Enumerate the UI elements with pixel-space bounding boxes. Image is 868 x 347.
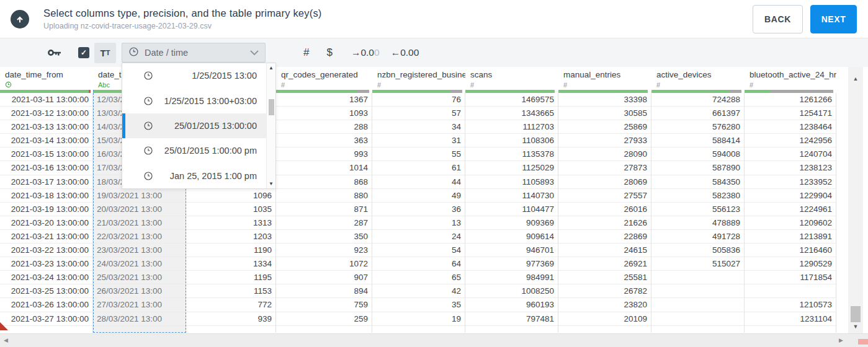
table-cell[interactable]: 909369	[465, 216, 558, 230]
table-cell[interactable]: 2021-03-25 13:00:00	[0, 284, 92, 298]
table-cell[interactable]: 13	[372, 216, 465, 230]
datetime-format-option[interactable]: 25/01/2015 13:00:00	[122, 113, 275, 138]
currency-type-button[interactable]: $	[326, 46, 332, 59]
table-cell[interactable]: 1216460	[745, 244, 836, 257]
table-cell[interactable]: 1072	[276, 257, 372, 271]
table-cell[interactable]: 1008250	[465, 284, 558, 298]
table-cell[interactable]: 36	[372, 203, 465, 216]
table-cell[interactable]: 44	[372, 175, 465, 189]
table-cell[interactable]: 1135378	[465, 147, 558, 161]
column-header[interactable]: manual_entries#	[558, 67, 651, 90]
table-cell[interactable]: 1334	[186, 257, 275, 271]
table-cell[interactable]	[651, 298, 744, 312]
table-cell[interactable]: 2021-03-20 13:00:00	[0, 216, 92, 230]
table-cell[interactable]: 1261266	[745, 93, 836, 107]
scroll-up-arrow-icon[interactable]: ▲	[267, 65, 275, 71]
table-cell[interactable]: 576280	[651, 120, 744, 134]
column-header[interactable]: date_time_from	[0, 67, 93, 90]
scroll-down-arrow-icon[interactable]: ▼	[267, 181, 275, 187]
table-cell[interactable]: 34	[372, 120, 465, 134]
table-cell[interactable]: 21/03/2021 13:00	[93, 216, 186, 230]
table-cell[interactable]: 21626	[558, 216, 651, 230]
table-cell[interactable]: 588414	[651, 134, 744, 147]
table-cell[interactable]: 1343665	[465, 107, 558, 120]
table-cell[interactable]: 946701	[465, 244, 558, 257]
table-cell[interactable]: 1213891	[745, 230, 836, 244]
table-cell[interactable]: 2021-03-27 13:00:00	[0, 312, 92, 326]
table-cell[interactable]: 1108306	[465, 134, 558, 147]
table-cell[interactable]: 2021-03-21 13:00:00	[0, 230, 92, 244]
table-cell[interactable]: 1210573	[745, 298, 836, 312]
column-header[interactable]: active_devices#	[651, 67, 745, 90]
table-cell[interactable]: 33398	[558, 93, 651, 107]
table-cell[interactable]: 259	[276, 312, 372, 326]
table-cell[interactable]: 288	[276, 120, 372, 134]
table-cell[interactable]: 1238123	[745, 161, 836, 175]
column-checkbox[interactable]: ✓	[78, 47, 94, 58]
table-cell[interactable]: 584350	[651, 175, 744, 189]
table-cell[interactable]: 2021-03-26 13:00:00	[0, 298, 92, 312]
table-cell[interactable]: 594008	[651, 147, 744, 161]
table-cell[interactable]: 977369	[465, 257, 558, 271]
table-cell[interactable]: 27873	[558, 161, 651, 175]
table-cell[interactable]: 1171854	[745, 271, 836, 284]
column-header[interactable]: qr_codes_generated#	[276, 67, 372, 90]
datetime-format-option[interactable]: 1/25/2015 13:00	[122, 63, 275, 88]
table-cell[interactable]: 515027	[651, 257, 744, 271]
table-cell[interactable]: 1140730	[465, 189, 558, 203]
table-cell[interactable]: 26016	[558, 203, 651, 216]
table-cell[interactable]: 76	[372, 93, 465, 107]
table-cell[interactable]: 49	[372, 189, 465, 203]
table-cell[interactable]: 2021-03-22 13:00:00	[0, 244, 92, 257]
table-cell[interactable]: 1313	[186, 216, 275, 230]
scroll-up-arrow-icon[interactable]: ▲	[848, 76, 863, 82]
table-cell[interactable]: 1240704	[745, 147, 836, 161]
table-cell[interactable]: 1238464	[745, 120, 836, 134]
table-cell[interactable]: 759	[276, 298, 372, 312]
table-cell[interactable]: 28069	[558, 175, 651, 189]
table-cell[interactable]: 894	[276, 284, 372, 298]
table-cell[interactable]: 1093	[276, 107, 372, 120]
table-cell[interactable]: 1153	[186, 284, 275, 298]
scroll-right-arrow-icon[interactable]: ▶	[839, 337, 843, 343]
table-cell[interactable]: 2021-03-11 13:00:00	[0, 93, 92, 107]
table-cell[interactable]: 724288	[651, 93, 744, 107]
table-cell[interactable]: 26782	[558, 284, 651, 298]
table-cell[interactable]: 556123	[651, 203, 744, 216]
table-cell[interactable]: 27557	[558, 189, 651, 203]
table-cell[interactable]: 1469575	[465, 93, 558, 107]
datetime-format-select[interactable]: Date / time	[122, 43, 266, 63]
table-cell[interactable]: 2021-03-15 13:00:00	[0, 147, 92, 161]
table-cell[interactable]: 1112703	[465, 120, 558, 134]
table-cell[interactable]: 65	[372, 271, 465, 284]
table-cell[interactable]: 287	[276, 216, 372, 230]
table-cell[interactable]: 960193	[465, 298, 558, 312]
table-cell[interactable]: 55	[372, 147, 465, 161]
table-cell[interactable]: 23820	[558, 298, 651, 312]
table-cell[interactable]: 661397	[651, 107, 744, 120]
table-cell[interactable]: 25869	[558, 120, 651, 134]
table-cell[interactable]: 19/03/2021 13:00	[93, 189, 186, 203]
table-cell[interactable]: 350	[276, 230, 372, 244]
table-cell[interactable]: 2021-03-14 13:00:00	[0, 134, 92, 147]
table-cell[interactable]: 907	[276, 271, 372, 284]
table-cell[interactable]: 1233952	[745, 175, 836, 189]
column-header[interactable]: bluetooth_active_24_hr_#	[745, 67, 836, 90]
table-cell[interactable]: 2021-03-23 13:00:00	[0, 257, 92, 271]
table-cell[interactable]: 923	[276, 244, 372, 257]
table-cell[interactable]: 26921	[558, 257, 651, 271]
table-cell[interactable]: 587890	[651, 161, 744, 175]
table-cell[interactable]: 1014	[276, 161, 372, 175]
table-cell[interactable]: 22/03/2021 13:00	[93, 230, 186, 244]
table-cell[interactable]: 54	[372, 244, 465, 257]
table-cell[interactable]: 1242956	[745, 134, 836, 147]
table-cell[interactable]: 42	[372, 284, 465, 298]
table-cell[interactable]	[651, 284, 744, 298]
table-cell[interactable]: 27/03/2021 13:00	[93, 298, 186, 312]
table-cell[interactable]	[651, 312, 744, 326]
table-cell[interactable]: 24/03/2021 13:00	[93, 257, 186, 271]
table-cell[interactable]: 35	[372, 298, 465, 312]
table-cell[interactable]: 2021-03-24 13:00:00	[0, 271, 92, 284]
column-header[interactable]: nzbn_registered_busine#	[372, 67, 465, 90]
table-cell[interactable]: 880	[276, 189, 372, 203]
